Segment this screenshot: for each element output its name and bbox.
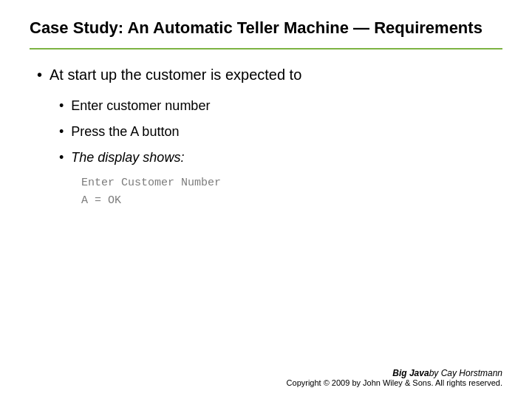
footer-book-title: Big Java (392, 368, 429, 378)
footer: Big Javaby Cay Horstmann Copyright © 200… (287, 368, 502, 387)
sub-bullet-3: • The display shows: (59, 149, 502, 167)
sub-bullet-dot-1: • (59, 97, 64, 115)
slide-container: Case Study: An Automatic Teller Machine … (0, 0, 532, 399)
code-line-1: Enter Customer Number (81, 174, 502, 192)
code-line-2: A = OK (81, 192, 502, 210)
sub-bullet-2: • Press the A button (59, 123, 502, 141)
main-bullet: • At start up the customer is expected t… (37, 64, 502, 85)
sub-bullet-text-3: The display shows: (71, 149, 184, 167)
content-section: • At start up the customer is expected t… (30, 64, 502, 211)
code-block: Enter Customer Number A = OK (81, 174, 502, 210)
footer-copyright: Copyright © 2009 by John Wiley & Sons. A… (287, 378, 502, 387)
sub-bullet-text-2: Press the A button (71, 123, 179, 141)
slide-title: Case Study: An Automatic Teller Machine … (30, 18, 502, 39)
sub-bullet-1: • Enter customer number (59, 97, 502, 115)
sub-bullet-dot-3: • (59, 149, 64, 167)
main-bullet-dot: • (37, 64, 42, 85)
sub-bullet-dot-2: • (59, 123, 64, 141)
sub-bullets-list: • Enter customer number • Press the A bu… (37, 97, 502, 211)
sub-bullet-text-1: Enter customer number (71, 97, 210, 115)
title-section: Case Study: An Automatic Teller Machine … (30, 18, 502, 50)
footer-book-info: Big Javaby Cay Horstmann (287, 368, 502, 378)
footer-author: by Cay Horstmann (429, 368, 502, 378)
main-bullet-text: At start up the customer is expected to (50, 64, 301, 85)
